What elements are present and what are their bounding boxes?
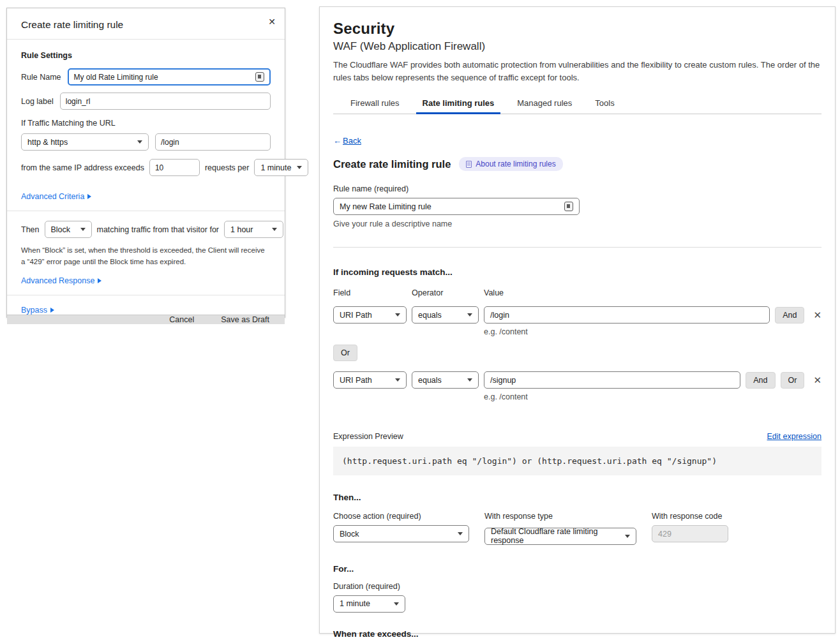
response-code-input: 429 bbox=[652, 525, 728, 542]
divider bbox=[333, 247, 821, 248]
or-button[interactable]: Or bbox=[333, 345, 357, 361]
and-button[interactable]: And bbox=[775, 307, 804, 324]
about-rate-limiting-badge[interactable]: About rate limiting rules bbox=[459, 157, 562, 171]
chevron-down-icon bbox=[467, 378, 472, 382]
expand-arrow-icon bbox=[50, 308, 54, 313]
response-code-value: 429 bbox=[658, 530, 671, 539]
tab-firewall-rules[interactable]: Firewall rules bbox=[349, 94, 401, 114]
action-select[interactable]: Block bbox=[333, 525, 469, 542]
url-input[interactable]: /login bbox=[155, 133, 271, 151]
security-waf-panel: Security WAF (Web Application Firewall) … bbox=[319, 6, 836, 634]
choose-action-label: Choose action (required) bbox=[333, 512, 469, 521]
create-heading-row: Create rate limiting rule About rate lim… bbox=[333, 157, 821, 171]
dialog-body: Rule Settings Rule Name My old Rate Limi… bbox=[7, 40, 285, 315]
close-icon[interactable]: ✕ bbox=[268, 17, 276, 26]
threshold-value: 10 bbox=[155, 163, 163, 172]
operator-value: equals bbox=[418, 311, 442, 320]
duration-value: 1 minute bbox=[340, 599, 370, 608]
field-select[interactable]: URI Path bbox=[333, 306, 407, 324]
period-value: 1 minute bbox=[260, 163, 291, 172]
value-input[interactable]: /login bbox=[484, 306, 770, 324]
scheme-value: http & https bbox=[27, 138, 68, 147]
threshold-row: from the same IP address exceeds 10 requ… bbox=[21, 159, 271, 176]
save-as-draft-button[interactable]: Save as Draft bbox=[221, 315, 269, 324]
value-input[interactable]: /signup bbox=[484, 371, 740, 389]
dialog-title: Create rate limiting rule bbox=[21, 19, 123, 31]
scheme-select[interactable]: http & https bbox=[21, 133, 149, 151]
rule-name-input[interactable]: My old Rate Limiting rule bbox=[68, 68, 271, 86]
log-label-input[interactable]: login_rl bbox=[60, 93, 271, 110]
rate-section-heading: When rate exceeds... bbox=[333, 629, 821, 639]
advanced-criteria-label: Advanced Criteria bbox=[21, 192, 84, 201]
condition-row: URI Path equals /signup And Or ✕ bbox=[333, 371, 821, 389]
block-duration-value: 1 hour bbox=[230, 225, 253, 234]
action-select[interactable]: Block bbox=[45, 221, 92, 238]
value-hint: e.g. /content bbox=[484, 392, 821, 401]
chevron-down-icon bbox=[467, 313, 472, 316]
block-duration-select[interactable]: 1 hour bbox=[224, 221, 283, 238]
threshold-input[interactable]: 10 bbox=[149, 159, 200, 176]
operator-value: equals bbox=[418, 376, 442, 385]
chevron-down-icon bbox=[80, 228, 86, 231]
operator-select[interactable]: equals bbox=[412, 306, 479, 324]
then-columns: Choose action (required) Block With resp… bbox=[333, 512, 821, 545]
exceeds-label: from the same IP address exceeds bbox=[21, 163, 144, 172]
field-column-label: Field bbox=[333, 288, 412, 297]
match-section-heading: If incoming requests match... bbox=[333, 267, 821, 277]
then-row: Then Block matching traffic from that vi… bbox=[21, 221, 271, 238]
rule-name-value: My new Rate Limiting rule bbox=[340, 202, 431, 211]
autofill-icon[interactable] bbox=[255, 72, 264, 82]
response-type-value: Default Cloudflare rate limiting respons… bbox=[491, 527, 620, 545]
url-match-row: http & https /login bbox=[21, 133, 271, 151]
matching-traffic-label: matching traffic from that visitor for bbox=[97, 225, 220, 234]
field-select[interactable]: URI Path bbox=[333, 371, 407, 389]
remove-condition-icon[interactable]: ✕ bbox=[813, 310, 821, 320]
advanced-criteria-link[interactable]: Advanced Criteria bbox=[21, 192, 91, 201]
then-label: Then bbox=[21, 225, 40, 234]
remove-condition-icon[interactable]: ✕ bbox=[813, 375, 821, 385]
field-value: URI Path bbox=[340, 376, 372, 385]
edit-expression-link[interactable]: Edit expression bbox=[767, 432, 821, 441]
and-button[interactable]: And bbox=[746, 372, 775, 389]
rule-name-value: My old Rate Limiting rule bbox=[74, 73, 158, 82]
action-value: Block bbox=[51, 225, 71, 234]
value-text: /login bbox=[490, 311, 509, 320]
chevron-down-icon bbox=[395, 313, 400, 316]
back-label: Back bbox=[343, 136, 361, 145]
response-type-label: With response type bbox=[484, 512, 636, 521]
cancel-button[interactable]: Cancel bbox=[169, 315, 194, 324]
advanced-response-link[interactable]: Advanced Response bbox=[21, 276, 101, 285]
page-description: The Cloudflare WAF provides both automat… bbox=[333, 59, 821, 84]
expression-preview-label: Expression Preview bbox=[333, 432, 403, 441]
rule-settings-heading: Rule Settings bbox=[21, 51, 271, 60]
action-value: Block bbox=[340, 530, 359, 539]
chevron-down-icon bbox=[297, 166, 302, 169]
rule-name-field-label: Rule name (required) bbox=[333, 184, 821, 193]
create-rule-heading: Create rate limiting rule bbox=[333, 158, 451, 170]
bypass-link[interactable]: Bypass bbox=[21, 306, 54, 315]
autofill-icon[interactable] bbox=[564, 202, 573, 211]
field-value: URI Path bbox=[340, 311, 372, 320]
response-type-select[interactable]: Default Cloudflare rate limiting respons… bbox=[484, 528, 636, 545]
back-arrow-icon: ← bbox=[333, 136, 341, 145]
rule-name-label: Rule Name bbox=[21, 73, 61, 82]
operator-select[interactable]: equals bbox=[412, 371, 479, 389]
tab-tools[interactable]: Tools bbox=[594, 94, 615, 114]
tab-bar: Firewall rules Rate limiting rules Manag… bbox=[333, 94, 821, 114]
block-note: When “Block” is set, when the threshold … bbox=[21, 245, 271, 268]
tab-managed-rules[interactable]: Managed rules bbox=[516, 94, 573, 114]
chevron-down-icon bbox=[394, 602, 399, 606]
rule-name-input[interactable]: My new Rate Limiting rule bbox=[333, 198, 580, 215]
tab-rate-limiting-rules[interactable]: Rate limiting rules bbox=[421, 94, 496, 114]
log-label-row: Log label login_rl bbox=[21, 93, 271, 110]
expression-preview-header: Expression Preview Edit expression bbox=[333, 432, 821, 441]
duration-select[interactable]: 1 minute bbox=[333, 595, 405, 613]
response-code-column: With response code 429 bbox=[652, 512, 728, 545]
period-select[interactable]: 1 minute bbox=[254, 159, 308, 176]
chevron-down-icon bbox=[458, 532, 463, 535]
response-code-label: With response code bbox=[652, 512, 728, 521]
back-link[interactable]: ← Back bbox=[333, 136, 361, 145]
chevron-down-icon bbox=[272, 228, 277, 231]
rule-name-help: Give your rule a descriptive name bbox=[333, 220, 821, 228]
or-button[interactable]: Or bbox=[781, 372, 805, 389]
